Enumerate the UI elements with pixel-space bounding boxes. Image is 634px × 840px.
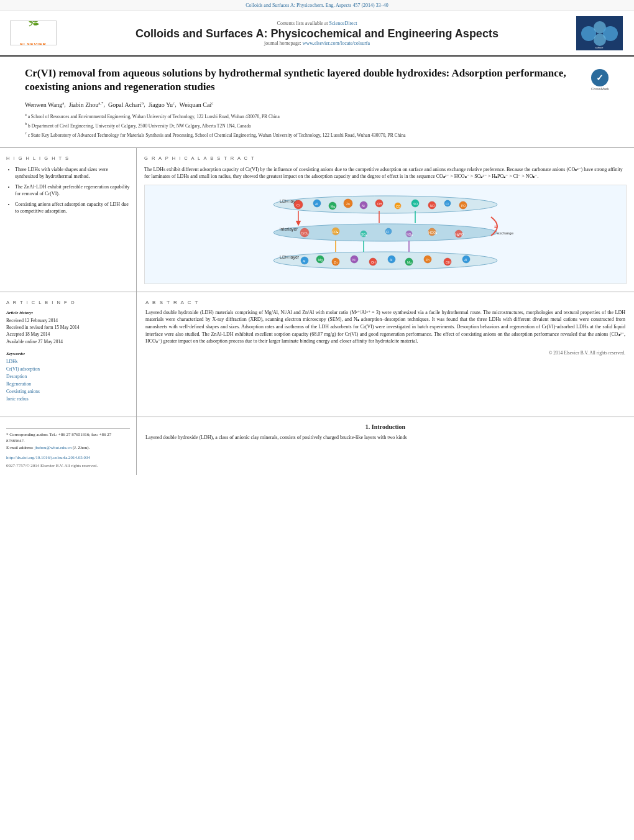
author-wenwen: Wenwen Wanga: [25, 101, 64, 108]
highlight-item-2: The ZnAl-LDH exhibit preferable regenera…: [15, 183, 130, 197]
date-accepted: Accepted 18 May 2014: [6, 331, 130, 338]
email-note: E-mail address: jbzhou@whut.edu.cn (J. Z…: [6, 445, 130, 451]
highlights-graphical-section: H I G H L I G H T S Three LDHs with viab…: [0, 148, 634, 292]
homepage-label: journal homepage:: [264, 40, 303, 46]
article-history: Article history: Received 12 February 20…: [6, 310, 130, 345]
highlights-list: Three LDHs with viable shapes and sizes …: [6, 166, 130, 215]
affiliation-b: b b Department of Civil Engineering, Uni…: [25, 121, 609, 129]
issn-line: 0927-7757/© 2014 Elsevier B.V. All right…: [6, 463, 130, 469]
journal-info-bar: Colloids and Surfaces A: Physicochem. En…: [0, 0, 634, 11]
date-revised: Received in revised form 15 May 2014: [6, 324, 130, 331]
elsevier-logo-area: 🌿 ELSEVIER: [10, 21, 60, 47]
homepage-url[interactable]: www.elsevier.com/locate/colsurfa: [303, 40, 370, 46]
keyword-5: Coexisting anions: [6, 388, 130, 395]
abstract-panel: A B S T R A C T Layered double hydroxide…: [137, 292, 634, 417]
keyword-3: Desorption: [6, 373, 130, 381]
highlight-item-1: Three LDHs with viable shapes and sizes …: [15, 166, 130, 180]
email-link[interactable]: jbzhou@whut.edu.cn: [35, 445, 72, 450]
author-weiquan: Weiquan Caic: [180, 101, 214, 108]
keyword-6: Ionic radius: [6, 395, 130, 403]
svg-text:NO: NO: [430, 204, 435, 208]
svg-text:OH: OH: [446, 261, 451, 264]
journal-center-info: Contents lists available at ScienceDirec…: [67, 21, 567, 46]
footnotes-panel: * Corresponding author. Tel.: +86 27 876…: [0, 417, 137, 476]
keywords-label: Keywords:: [6, 351, 130, 356]
svg-text:LDH layer: LDH layer: [280, 255, 300, 260]
introduction-panel: 1. Introduction Layered double hydroxide…: [137, 417, 634, 476]
article-title: Cr(VI) removal from aqueous solutions by…: [25, 67, 609, 94]
svg-text:⇄: ⇄: [494, 224, 498, 229]
contents-line: Contents lists available at ScienceDirec…: [67, 21, 567, 26]
svg-text:Al: Al: [464, 258, 467, 262]
svg-text:HCO₃: HCO₃: [428, 231, 438, 234]
svg-text:CO: CO: [396, 205, 401, 208]
svg-text:Mg: Mg: [407, 261, 411, 264]
highlights-panel: H I G H L I G H T S Three LDHs with viab…: [0, 148, 137, 292]
keyword-2: Cr(VI) adsorption: [6, 366, 130, 373]
svg-text:Cl: Cl: [446, 202, 449, 206]
keywords-list: LDHs Cr(VI) adsorption Desorption Regene…: [6, 358, 130, 403]
svg-text:surface: surface: [595, 46, 604, 49]
svg-point-4: [594, 34, 606, 46]
affiliation-a: a a School of Resources and Environmenta…: [25, 112, 609, 120]
svg-text:Mg: Mg: [331, 205, 335, 208]
svg-text:Al: Al: [315, 202, 318, 206]
svg-text:Zn: Zn: [334, 261, 338, 264]
svg-text:CrO₄: CrO₄: [301, 231, 309, 235]
elsevier-logo: 🌿 ELSEVIER: [10, 21, 57, 45]
email-label: E-mail address:: [6, 445, 35, 450]
svg-text:exchange: exchange: [497, 231, 514, 235]
highlights-label: H I G H L I G H T S: [6, 155, 130, 161]
email-end: (J. Zhou).: [73, 445, 90, 450]
contents-label: Contents lists available at: [277, 21, 329, 26]
doi-link[interactable]: http://dx.doi.org/10.1016/j.colsurfa.201…: [6, 455, 90, 460]
copyright-line: © 2014 Elsevier B.V. All rights reserved…: [145, 350, 625, 356]
date-available: Available online 27 May 2014: [6, 338, 130, 345]
footnotes: * Corresponding author. Tel.: +86 27 876…: [6, 428, 130, 451]
abstract-label: A B S T R A C T: [145, 300, 625, 305]
svg-text:Mg: Mg: [318, 258, 323, 262]
highlight-item-3: Coexisting anions affect adsorption capa…: [15, 201, 130, 215]
history-label: Article history:: [6, 310, 130, 315]
date-received: Received 12 February 2014: [6, 317, 130, 324]
article-info-panel: A R T I C L E I N F O Article history: R…: [0, 292, 137, 417]
elsevier-tree-icon: 🌿: [27, 21, 40, 34]
graphical-abstract-text: The LDHs exhibit different adsorption ca…: [144, 166, 627, 180]
keyword-4: Regeneration: [6, 381, 130, 388]
svg-text:SO: SO: [413, 202, 418, 206]
introduction-heading: 1. Introduction: [145, 423, 625, 430]
elsevier-label: ELSEVIER: [20, 32, 47, 45]
crossmark-icon: ✓: [591, 69, 609, 86]
crossmark-badge: ✓ CrossMark: [591, 69, 609, 91]
author-gopal: Gopal Acharib: [108, 101, 144, 108]
svg-text:Zn: Zn: [346, 202, 350, 206]
doi-issn-area: http://dx.doi.org/10.1016/j.colsurfa.201…: [6, 455, 130, 469]
journal-header: 🌿 ELSEVIER Contents lists available at S…: [0, 11, 634, 57]
keywords-group: Keywords: LDHs Cr(VI) adsorption Desorpt…: [6, 351, 130, 403]
journal-image-area: surface: [574, 16, 624, 50]
graphical-abstract-panel: G R A P H I C A L A B S T R A C T The LD…: [137, 148, 634, 292]
abstract-text: Layered double hydroxide (LDH) materials…: [145, 309, 625, 345]
introduction-text: Layered double hydroxide (LDH), a class …: [145, 434, 625, 441]
svg-text:SO₄: SO₄: [361, 233, 367, 236]
author-jiabin: Jiabin Zhoua,*: [69, 101, 104, 108]
svg-text:Cr: Cr: [296, 203, 300, 207]
graphical-abstract-label: G R A P H I C A L A B S T R A C T: [144, 155, 627, 161]
journal-cover-image: surface: [576, 16, 623, 50]
affiliation-c: c c State Key Laboratory of Advanced Tec…: [25, 131, 609, 139]
svg-text:OH: OH: [371, 261, 376, 264]
svg-text:Zn: Zn: [426, 258, 430, 262]
article-title-area: ✓ CrossMark Cr(VI) removal from aqueous …: [0, 57, 634, 148]
svg-text:Ni: Ni: [362, 204, 365, 208]
svg-text:PO: PO: [461, 204, 466, 208]
sciencedirect-link[interactable]: ScienceDirect: [329, 21, 357, 26]
svg-text:CO₃: CO₃: [332, 230, 339, 234]
authors-line: Wenwen Wanga, Jiabin Zhoua,*, Gopal Acha…: [25, 100, 609, 108]
graphical-abstract-image: LDH layer Cr Al Mg Zn Ni OH CO: [144, 185, 627, 284]
author-jiaguo: Jiaguo Yuc: [149, 101, 175, 108]
svg-text:H₂PO: H₂PO: [455, 233, 464, 236]
svg-text:Al: Al: [390, 258, 392, 262]
bottom-section: * Corresponding author. Tel.: +86 27 876…: [0, 417, 634, 476]
svg-text:Ni: Ni: [352, 258, 356, 262]
corresponding-note: * Corresponding author. Tel.: +86 27 876…: [6, 432, 130, 445]
